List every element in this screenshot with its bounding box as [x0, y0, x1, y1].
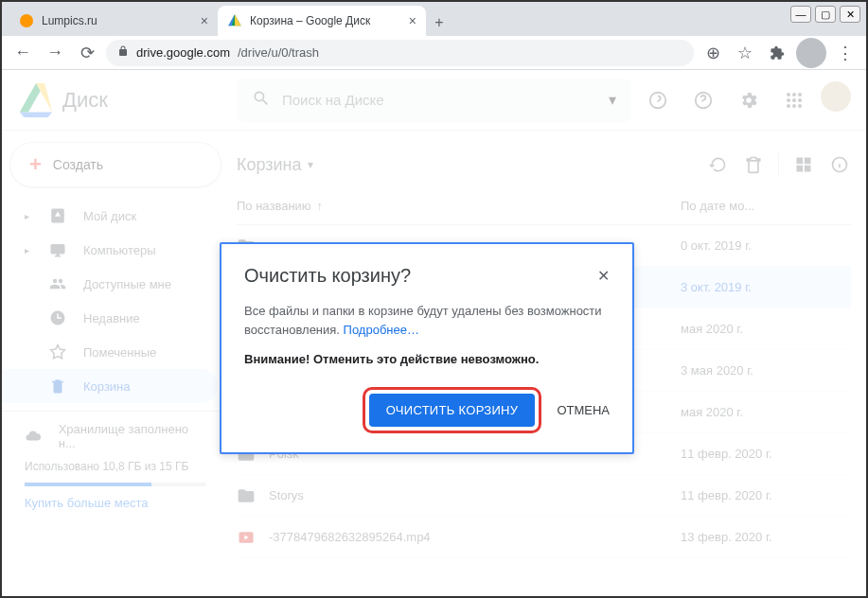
- dialog-body: Все файлы и папки в корзине будут удален…: [244, 302, 610, 339]
- tab-close-icon[interactable]: ×: [409, 13, 416, 28]
- cancel-button[interactable]: ОТМЕНА: [557, 403, 610, 417]
- tab-favicon-icon: [227, 13, 242, 28]
- zoom-icon[interactable]: ⊕: [700, 40, 726, 66]
- dialog-title: Очистить корзину?: [244, 265, 411, 287]
- browser-tab[interactable]: Lumpics.ru ×: [9, 6, 218, 36]
- window-controls: — ▢ ✕: [790, 6, 860, 23]
- new-tab-button[interactable]: +: [426, 9, 452, 36]
- forward-button[interactable]: →: [42, 40, 68, 66]
- reload-button[interactable]: ⟳: [74, 40, 100, 66]
- tab-close-icon[interactable]: ×: [201, 13, 208, 28]
- browser-tab-strip: Lumpics.ru × Корзина – Google Диск × +: [2, 2, 866, 36]
- lock-icon: [117, 45, 129, 60]
- close-window-button[interactable]: ✕: [840, 6, 860, 23]
- minimize-button[interactable]: —: [790, 6, 811, 23]
- highlight-annotation: ОЧИСТИТЬ КОРЗИНУ: [363, 387, 542, 433]
- svg-point-0: [20, 14, 33, 27]
- confirm-empty-trash-button[interactable]: ОЧИСТИТЬ КОРЗИНУ: [369, 394, 536, 427]
- browser-toolbar: ← → ⟳ drive.google.com/drive/u/0/trash ⊕…: [2, 36, 866, 70]
- address-bar[interactable]: drive.google.com/drive/u/0/trash: [106, 40, 694, 66]
- browser-tab[interactable]: Корзина – Google Диск ×: [218, 6, 426, 36]
- back-button[interactable]: ←: [9, 40, 36, 66]
- browser-menu-icon[interactable]: ⋮: [832, 40, 859, 66]
- tab-title: Lumpics.ru: [42, 14, 97, 27]
- maximize-button[interactable]: ▢: [815, 6, 836, 23]
- dialog-warning: Внимание! Отменить это действие невозмож…: [244, 352, 610, 366]
- browser-avatar[interactable]: [796, 38, 826, 68]
- tab-title: Корзина – Google Диск: [250, 14, 370, 27]
- dialog-close-button[interactable]: ✕: [597, 267, 610, 285]
- extensions-icon[interactable]: [764, 40, 790, 66]
- url-domain: drive.google.com: [136, 45, 230, 60]
- learn-more-link[interactable]: Подробнее…: [344, 323, 419, 337]
- tab-favicon-icon: [19, 13, 34, 28]
- url-path: /drive/u/0/trash: [238, 45, 319, 60]
- bookmark-icon[interactable]: ☆: [732, 40, 758, 66]
- empty-trash-dialog: Очистить корзину? ✕ Все файлы и папки в …: [220, 242, 634, 454]
